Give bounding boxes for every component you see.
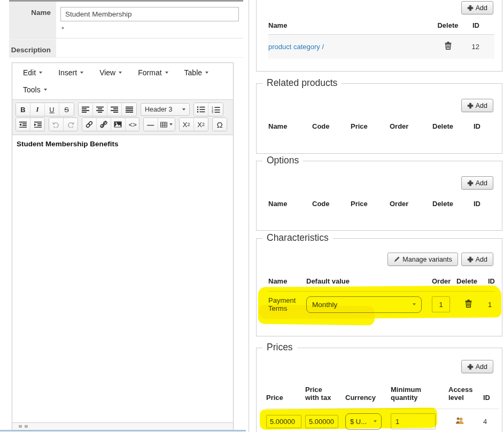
- options-panel: Options Add Name Code Price Order Delete…: [256, 161, 502, 231]
- column-header-id: ID: [467, 22, 494, 30]
- superscript-button[interactable]: X2: [194, 118, 208, 131]
- panel-title: Related products: [262, 77, 342, 89]
- menu-format[interactable]: Format: [136, 64, 174, 81]
- format-select[interactable]: Header 3: [141, 103, 190, 116]
- unlink-icon[interactable]: [97, 118, 111, 131]
- align-right-icon[interactable]: [107, 103, 122, 116]
- align-left-icon[interactable]: [79, 103, 93, 116]
- column-header: ID: [488, 278, 495, 286]
- trash-icon: [445, 42, 452, 50]
- numbered-list-icon[interactable]: 123: [208, 103, 223, 116]
- access-level-button[interactable]: [455, 417, 464, 424]
- menu-table[interactable]: Table: [182, 64, 215, 81]
- price-with-tax-input[interactable]: [305, 415, 338, 428]
- characteristic-row: Payment Terms Monthly 1: [268, 291, 494, 313]
- price-row: $ U... 4: [266, 409, 499, 430]
- delete-characteristic-button[interactable]: [465, 300, 472, 308]
- chevron-down-icon: [182, 108, 185, 111]
- align-justify-icon[interactable]: [122, 103, 136, 116]
- minimum-quantity-input[interactable]: [391, 413, 436, 429]
- menu-edit[interactable]: Edit: [21, 64, 49, 81]
- order-input[interactable]: [432, 296, 450, 312]
- manage-variants-button[interactable]: Manage variants: [387, 253, 458, 266]
- add-option-button[interactable]: Add: [461, 176, 493, 190]
- underline-button[interactable]: U: [45, 103, 59, 116]
- prices-panel: Prices Add Price Price with tax Currency…: [256, 348, 502, 432]
- chevron-down-icon: [80, 72, 83, 74]
- menu-insert[interactable]: Insert: [56, 64, 90, 81]
- horizontal-rule-button[interactable]: —: [144, 118, 158, 131]
- characteristic-name: Payment Terms: [268, 296, 306, 312]
- table-icon[interactable]: [158, 118, 175, 131]
- add-characteristic-button[interactable]: Add: [461, 253, 493, 266]
- indent-icon[interactable]: [30, 118, 45, 131]
- column-header: Name: [268, 278, 306, 286]
- category-link[interactable]: product category /: [268, 43, 429, 51]
- outdent-icon[interactable]: [16, 118, 30, 131]
- redo-icon[interactable]: [64, 118, 78, 131]
- menu-view[interactable]: View: [97, 64, 128, 81]
- element-path-chip: [25, 425, 28, 428]
- column-header: ID: [474, 200, 494, 208]
- column-header: Access level: [448, 386, 475, 402]
- column-header-name: Name: [268, 22, 429, 30]
- editor-text: Student Membership Benefits: [17, 140, 229, 148]
- column-header: Order: [390, 123, 432, 131]
- source-code-button[interactable]: <>: [126, 118, 139, 131]
- currency-select[interactable]: $ U...: [345, 413, 382, 430]
- name-label: Name: [9, 2, 56, 38]
- chevron-down-icon: [413, 303, 416, 305]
- bottom-divider: [0, 430, 246, 431]
- plus-icon: [467, 5, 474, 11]
- column-header: Price: [266, 394, 305, 402]
- delete-category-button[interactable]: [445, 42, 452, 50]
- strikethrough-button[interactable]: S: [59, 103, 74, 116]
- italic-button[interactable]: I: [30, 103, 45, 116]
- add-category-button[interactable]: Add: [461, 1, 493, 14]
- column-header: Order: [390, 200, 432, 208]
- link-icon[interactable]: [82, 118, 97, 131]
- column-header: Price: [351, 123, 390, 131]
- trash-icon: [465, 300, 472, 308]
- related-products-panel: Related products Add Name Code Price Ord…: [256, 83, 502, 154]
- menu-tools[interactable]: Tools: [21, 81, 53, 98]
- name-input[interactable]: [60, 7, 239, 21]
- column-header: Delete: [432, 200, 474, 208]
- default-value-select[interactable]: Monthly: [306, 296, 422, 313]
- add-related-product-button[interactable]: Add: [461, 99, 493, 112]
- column-header: Default value: [306, 278, 432, 286]
- chevron-down-icon: [119, 72, 122, 74]
- special-character-button[interactable]: Ω: [213, 118, 227, 131]
- editor-statusbar: [12, 422, 233, 430]
- align-center-icon[interactable]: [93, 103, 107, 116]
- chevron-down-icon: [205, 72, 208, 74]
- undo-icon[interactable]: [49, 118, 64, 131]
- chevron-down-icon: [44, 89, 47, 91]
- category-id: 12: [467, 43, 494, 51]
- subscript-button[interactable]: X2: [180, 118, 194, 131]
- column-header: Delete: [456, 278, 488, 286]
- image-icon[interactable]: [111, 118, 126, 131]
- editor-content-area[interactable]: Student Membership Benefits: [12, 135, 233, 422]
- chevron-down-icon: [165, 72, 168, 74]
- price-input[interactable]: [266, 415, 301, 428]
- characteristics-panel: Characteristics Manage variants Add Name…: [256, 238, 502, 336]
- column-header: Currency: [345, 394, 391, 402]
- svg-text:3: 3: [212, 111, 213, 113]
- column-header: Code: [312, 123, 351, 131]
- characteristic-id: 1: [488, 301, 494, 309]
- editor-toolbar: B I U S Header 3 123: [12, 99, 233, 135]
- column-header-delete: Delete: [429, 22, 467, 30]
- add-price-button[interactable]: Add: [461, 360, 493, 373]
- category-table-row: product category / 12: [268, 35, 494, 59]
- bold-button[interactable]: B: [16, 103, 30, 116]
- column-header: Price with tax: [305, 386, 335, 402]
- plus-icon: [467, 364, 474, 370]
- column-header: Name: [268, 200, 312, 208]
- element-path-chip: [19, 425, 22, 428]
- column-divider: [249, 0, 249, 432]
- chevron-down-icon: [169, 123, 173, 125]
- panel-title: Options: [262, 155, 303, 166]
- column-header: ID: [474, 123, 494, 131]
- bullet-list-icon[interactable]: [194, 103, 208, 116]
